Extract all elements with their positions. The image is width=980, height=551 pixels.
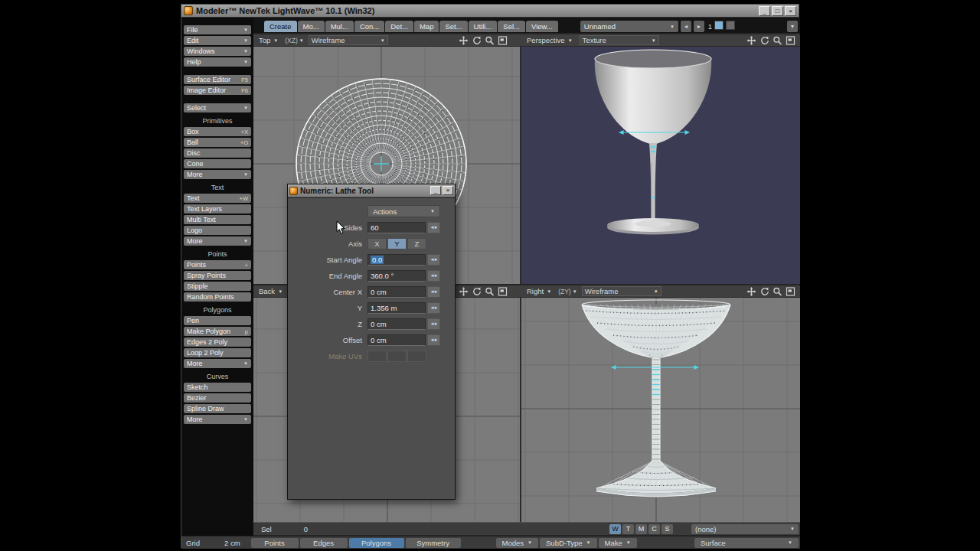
select-dropdown[interactable]: Select▼ bbox=[184, 103, 251, 112]
menu-file[interactable]: File▼ bbox=[184, 25, 251, 34]
edges-2-poly-button[interactable]: Edges 2 Poly bbox=[184, 337, 251, 347]
loop-2-poly-button[interactable]: Loop 2 Poly bbox=[184, 348, 251, 357]
menu-edit[interactable]: Edit▼ bbox=[184, 36, 251, 45]
layer-list-dropdown[interactable]: ▼ bbox=[787, 21, 798, 32]
zoom-icon[interactable] bbox=[773, 36, 782, 45]
start-angle-input[interactable]: 0.0 bbox=[368, 254, 426, 266]
expand-icon[interactable] bbox=[786, 287, 795, 296]
center-y-input[interactable]: 1.356 m bbox=[368, 302, 426, 314]
zoom-icon[interactable] bbox=[485, 36, 495, 45]
axis-z-button[interactable]: Z bbox=[407, 238, 426, 249]
disc-button[interactable]: Disc bbox=[184, 148, 251, 158]
primitives-more-dropdown[interactable]: More▼ bbox=[184, 170, 251, 179]
layer-background-button[interactable] bbox=[726, 21, 735, 30]
vmap-selection-button[interactable]: S bbox=[662, 524, 673, 534]
spline-draw-button[interactable]: Spline Draw bbox=[184, 404, 251, 413]
minimize-button[interactable]: _ bbox=[759, 6, 770, 16]
maximize-button[interactable]: □ bbox=[772, 6, 783, 16]
expand-icon[interactable] bbox=[498, 287, 508, 296]
window-titlebar[interactable]: Modeler™ NewTek LightWave™ 10.1 (Win32) … bbox=[181, 5, 799, 18]
viewport-perspective[interactable] bbox=[521, 47, 800, 284]
actions-dropdown[interactable]: Actions▼ bbox=[368, 205, 440, 217]
surface-button[interactable]: Surface▼ bbox=[694, 538, 799, 548]
tab-detail[interactable]: Det... bbox=[385, 21, 413, 32]
viewport-perspective-view-dropdown[interactable]: Perspective▼ bbox=[524, 35, 575, 45]
bezier-button[interactable]: Bezier bbox=[184, 393, 251, 403]
text-more-dropdown[interactable]: More▼ bbox=[184, 236, 251, 246]
viewport-right-mode-dropdown[interactable]: Wireframe▼ bbox=[582, 286, 662, 296]
points-mode-button[interactable]: Points bbox=[251, 538, 299, 548]
prev-layer-button[interactable]: ◄ bbox=[681, 21, 691, 32]
center-x-input[interactable]: 0 cm bbox=[368, 286, 426, 298]
expand-icon[interactable] bbox=[498, 36, 508, 45]
stipple-button[interactable]: Stipple bbox=[184, 282, 251, 291]
rotate-icon[interactable] bbox=[472, 36, 482, 45]
sides-input[interactable]: 60 bbox=[368, 222, 426, 233]
preset-dropdown[interactable]: Unnamed ▼ bbox=[580, 21, 678, 32]
edges-mode-button[interactable]: Edges bbox=[300, 538, 348, 548]
pan-icon[interactable] bbox=[459, 36, 469, 45]
viewport-top-mode-dropdown[interactable]: Wireframe▼ bbox=[309, 35, 388, 45]
vmap-dropdown[interactable]: (none) ▼ bbox=[691, 524, 799, 534]
viewport-back-view-dropdown[interactable]: Back▼ bbox=[256, 286, 285, 296]
sketch-button[interactable]: Sketch bbox=[184, 383, 251, 392]
dialog-close-button[interactable]: × bbox=[443, 186, 453, 195]
symmetry-button[interactable]: Symmetry bbox=[406, 538, 461, 548]
pen-button[interactable]: Pen bbox=[184, 316, 251, 325]
dialog-minimize-button[interactable]: _ bbox=[430, 186, 441, 195]
rotate-icon[interactable] bbox=[760, 287, 769, 296]
pan-icon[interactable] bbox=[459, 287, 469, 296]
ball-button[interactable]: Ball+O bbox=[184, 138, 251, 147]
tab-create[interactable]: Create bbox=[264, 21, 297, 32]
center-z-stepper[interactable]: ◄► bbox=[427, 318, 440, 330]
layer-foreground-button[interactable] bbox=[714, 21, 724, 30]
pan-icon[interactable] bbox=[746, 287, 756, 296]
end-angle-input[interactable]: 360.0 ° bbox=[368, 270, 426, 282]
sides-stepper[interactable]: ◄► bbox=[427, 222, 440, 233]
menu-windows[interactable]: Windows▼ bbox=[184, 47, 251, 56]
zoom-icon[interactable] bbox=[773, 287, 782, 296]
curves-more-dropdown[interactable]: More▼ bbox=[184, 415, 251, 424]
image-editor-button[interactable]: Image EditorF6 bbox=[184, 86, 251, 95]
box-button[interactable]: Box+X bbox=[184, 127, 251, 136]
tab-multiply[interactable]: Mul... bbox=[325, 21, 354, 32]
random-points-button[interactable]: Random Points bbox=[184, 292, 251, 302]
dialog-titlebar[interactable]: Numeric: Lathe Tool _ × bbox=[288, 184, 455, 197]
vmap-texture-button[interactable]: T bbox=[622, 524, 634, 534]
polygons-more-dropdown[interactable]: More▼ bbox=[184, 359, 251, 368]
viewport-right[interactable] bbox=[521, 298, 800, 522]
rotate-icon[interactable] bbox=[472, 287, 482, 296]
polygons-mode-button[interactable]: Polygons bbox=[349, 538, 404, 548]
tab-map[interactable]: Map bbox=[414, 21, 439, 32]
center-x-stepper[interactable]: ◄► bbox=[427, 286, 440, 298]
start-angle-stepper[interactable]: ◄► bbox=[427, 254, 440, 266]
viewport-top-view-dropdown[interactable]: Top▼ bbox=[256, 35, 280, 45]
vmap-color-button[interactable]: C bbox=[648, 524, 660, 534]
offset-input[interactable]: 0 cm bbox=[368, 334, 426, 346]
zoom-icon[interactable] bbox=[485, 287, 495, 296]
pan-icon[interactable] bbox=[746, 36, 756, 45]
make-dropdown[interactable]: Make▼ bbox=[599, 538, 637, 548]
vmap-morph-button[interactable]: M bbox=[635, 524, 647, 534]
close-button[interactable]: × bbox=[785, 6, 796, 16]
tab-setup[interactable]: Set... bbox=[439, 21, 467, 32]
make-polygon-button[interactable]: Make Polygonp bbox=[184, 327, 251, 336]
action-center-dropdown[interactable]: Modes▼ bbox=[496, 538, 538, 548]
text-button[interactable]: Text+W bbox=[184, 194, 251, 203]
multi-text-button[interactable]: Multi Text bbox=[184, 215, 251, 224]
next-layer-button[interactable]: ► bbox=[694, 21, 704, 32]
cone-button[interactable]: Cone bbox=[184, 159, 251, 168]
logo-button[interactable]: Logo bbox=[184, 226, 251, 235]
subd-type-dropdown[interactable]: SubD-Type▼ bbox=[540, 538, 596, 548]
vmap-weight-button[interactable]: W bbox=[609, 524, 621, 534]
offset-stepper[interactable]: ◄► bbox=[427, 334, 440, 346]
surface-editor-button[interactable]: Surface EditorF5 bbox=[184, 75, 251, 84]
center-y-stepper[interactable]: ◄► bbox=[427, 302, 440, 314]
viewport-perspective-mode-dropdown[interactable]: Texture▼ bbox=[580, 35, 659, 45]
menu-help[interactable]: Help▼ bbox=[184, 57, 251, 67]
expand-icon[interactable] bbox=[786, 36, 795, 45]
axis-x-button[interactable]: X bbox=[368, 238, 387, 249]
tab-modify[interactable]: Mo... bbox=[298, 21, 325, 32]
tab-utilities[interactable]: Utili... bbox=[469, 21, 498, 32]
center-z-input[interactable]: 0 cm bbox=[368, 318, 426, 330]
